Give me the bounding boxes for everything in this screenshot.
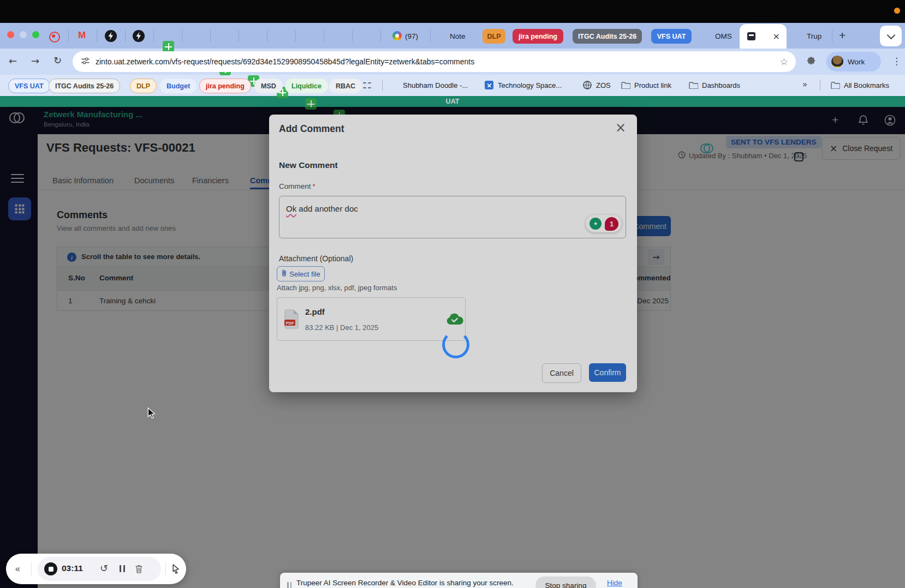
tab-group-itgc-audits[interactable]: ITGC Audits 25-26 bbox=[573, 29, 642, 44]
tab-search-button[interactable] bbox=[880, 26, 902, 46]
folder-icon[interactable] bbox=[831, 82, 840, 89]
tab-trupeer-label[interactable]: Trup bbox=[807, 30, 821, 42]
tab-note-label[interactable]: Note bbox=[450, 30, 466, 42]
cancel-label: Cancel bbox=[550, 369, 574, 377]
confluence-bookmark-icon[interactable] bbox=[485, 81, 493, 89]
company-name[interactable]: Zetwerk Manufacturing ... bbox=[44, 109, 142, 119]
collapse-toolbar-icon[interactable]: « bbox=[15, 563, 20, 574]
tab-documents[interactable]: Documents bbox=[134, 176, 174, 185]
oms-tab-icon[interactable] bbox=[700, 143, 711, 152]
hide-share-bar-link[interactable]: Hide bbox=[607, 579, 622, 587]
trupeer-tab-icon[interactable] bbox=[794, 152, 803, 161]
bookmark-product-link[interactable]: Product link bbox=[634, 80, 671, 91]
browser-menu-kebab-icon[interactable]: ⋮ bbox=[892, 56, 901, 67]
bookmark-liquidice[interactable]: Liquidice bbox=[285, 79, 328, 93]
chat-tab-icon[interactable] bbox=[392, 31, 402, 40]
bookmark-all-bookmarks[interactable]: All Bookmarks bbox=[844, 80, 889, 91]
stop-sharing-button[interactable]: Stop sharing bbox=[535, 577, 596, 588]
info-icon: i bbox=[67, 253, 76, 262]
bookmark-jira-pending[interactable]: jira pending bbox=[199, 79, 251, 93]
col-comment: Comment bbox=[99, 274, 133, 282]
recording-timer: 03:11 bbox=[62, 563, 83, 573]
bookmark-vfs-uat[interactable]: VFS UAT bbox=[8, 79, 50, 93]
bookmark-dashboards[interactable]: Dashboards bbox=[702, 80, 740, 91]
tab-group-dlp[interactable]: DLP bbox=[483, 29, 505, 44]
file-meta: 83.22 KB | Dec 1, 2025 bbox=[305, 323, 378, 332]
sidebar-active-module-tile[interactable] bbox=[8, 197, 31, 220]
loading-spinner bbox=[442, 331, 469, 358]
pause-recording-icon[interactable] bbox=[118, 565, 126, 572]
folder-icon[interactable] bbox=[621, 82, 630, 89]
sidebar-apps-grid-icon[interactable] bbox=[12, 143, 23, 154]
forward-button[interactable]: → bbox=[31, 55, 39, 67]
tab-close-icon[interactable]: × bbox=[773, 31, 780, 41]
select-file-button[interactable]: Select file bbox=[277, 266, 325, 281]
attachment-label: Attachment (Optional) bbox=[279, 254, 353, 263]
account-icon[interactable] bbox=[884, 115, 896, 126]
confirm-button[interactable]: Confirm bbox=[589, 363, 626, 382]
tab-group-jira-pending[interactable]: jira pending bbox=[513, 29, 563, 44]
page-title: VFS Requests: VFS-00021 bbox=[46, 141, 195, 155]
bookmark-budget[interactable]: Budget bbox=[160, 79, 197, 93]
comment-flagged-word: Ok bbox=[286, 204, 296, 213]
apps-grid-icon[interactable] bbox=[363, 81, 371, 89]
record-pinned-tab-icon[interactable] bbox=[49, 32, 60, 43]
uat-banner-label: UAT bbox=[446, 98, 460, 105]
bookmarks-overflow-icon[interactable]: » bbox=[802, 80, 807, 89]
stop-recording-button[interactable] bbox=[44, 562, 57, 575]
file-name: 2.pdf bbox=[305, 307, 325, 316]
bookmark-technology-space[interactable]: Technology Space... bbox=[498, 80, 562, 91]
tab-basic-information[interactable]: Basic Information bbox=[52, 176, 114, 185]
active-tab-favicon bbox=[747, 32, 755, 40]
back-button[interactable]: ← bbox=[9, 55, 17, 67]
bookmark-rbac[interactable]: RBAC bbox=[329, 79, 362, 93]
cursor-effects-icon[interactable] bbox=[171, 563, 181, 574]
sheets-pinned-tab-icon[interactable] bbox=[305, 98, 317, 110]
close-icon: × bbox=[830, 143, 837, 154]
add-icon[interactable]: + bbox=[832, 113, 838, 127]
tab-group-vfs-uat[interactable]: VFS UAT bbox=[651, 29, 692, 44]
reload-button[interactable]: ↻ bbox=[53, 55, 62, 66]
new-tab-button[interactable]: + bbox=[839, 29, 846, 42]
modal-close-icon[interactable]: × bbox=[615, 120, 626, 135]
window-zoom-button[interactable] bbox=[32, 31, 39, 38]
comments-subheading: View all comments and add new ones bbox=[57, 224, 176, 232]
bolt-pinned-tab-icon[interactable] bbox=[133, 30, 145, 42]
sidebar-menu-icon[interactable] bbox=[11, 171, 24, 185]
bolt-pinned-tab-icon[interactable] bbox=[105, 30, 117, 42]
bookmark-shubham-doodle[interactable]: Shubham Doodle -... bbox=[403, 80, 468, 91]
window-minimize-button[interactable] bbox=[20, 31, 27, 38]
bookmark-zos[interactable]: ZOS bbox=[596, 80, 611, 91]
tab-oms-label[interactable]: OMS bbox=[715, 30, 732, 42]
site-info-icon[interactable] bbox=[81, 57, 90, 67]
bookmark-dlp[interactable]: DLP bbox=[130, 79, 157, 93]
globe-icon[interactable] bbox=[583, 81, 592, 89]
cancel-button[interactable]: Cancel bbox=[542, 363, 581, 383]
comment-text: add another doc bbox=[296, 204, 358, 213]
comment-textarea[interactable]: Ok add another doc bbox=[279, 196, 626, 238]
select-file-label: Select file bbox=[289, 270, 320, 278]
grammarly-alert-badge[interactable]: 1 bbox=[605, 217, 618, 231]
delete-recording-icon[interactable] bbox=[135, 564, 143, 574]
restart-recording-icon[interactable]: ↺ bbox=[100, 562, 108, 574]
row-comment: Training & cehcki bbox=[99, 297, 156, 305]
tab-financiers[interactable]: Financiers bbox=[192, 176, 229, 185]
notifications-bell-icon[interactable] bbox=[858, 115, 868, 126]
bookmark-star-icon[interactable]: ☆ bbox=[780, 56, 788, 67]
grammarly-icon[interactable]: ✦ bbox=[590, 218, 602, 230]
scroll-right-arrow-button[interactable]: → bbox=[648, 249, 664, 265]
omnibox[interactable]: zinto.uat.zetwerk.com/vfs-request/reques… bbox=[73, 51, 796, 72]
tab-97-label[interactable]: (97) bbox=[405, 30, 418, 42]
drag-handle-icon[interactable] bbox=[287, 582, 291, 588]
url-text[interactable]: zinto.uat.zetwerk.com/vfs-request/reques… bbox=[96, 57, 474, 66]
grammarly-widget[interactable]: ✦ 1 bbox=[586, 215, 622, 232]
folder-icon[interactable] bbox=[689, 82, 698, 89]
bookmark-msd[interactable]: MSD bbox=[254, 79, 283, 93]
window-close-button[interactable] bbox=[7, 31, 14, 38]
active-tab[interactable]: × bbox=[740, 24, 787, 49]
close-request-button[interactable]: × Close Request bbox=[822, 137, 900, 160]
extensions-icon[interactable] bbox=[806, 57, 816, 67]
bookmark-itgc-audits[interactable]: ITGC Audits 25-26 bbox=[49, 79, 120, 93]
sheets-pinned-tab-icon[interactable] bbox=[163, 41, 174, 52]
profile-button[interactable]: Work bbox=[826, 52, 881, 71]
